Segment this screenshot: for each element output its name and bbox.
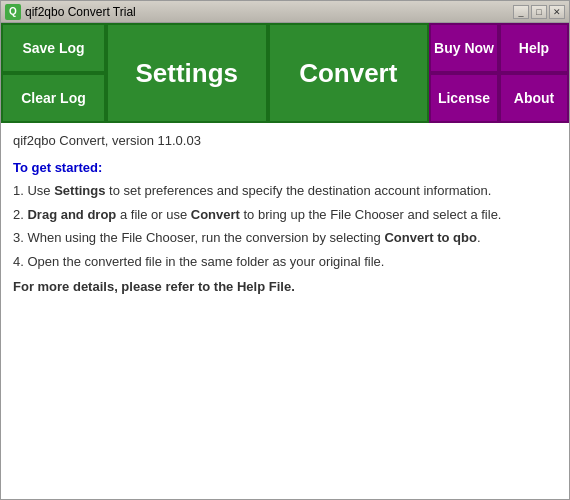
clear-log-button[interactable]: Clear Log <box>1 73 106 123</box>
list-item: 4. Open the converted file in the same f… <box>13 252 557 272</box>
main-window: Q qif2qbo Convert Trial _ □ ✕ Save Log C… <box>0 0 570 500</box>
list-item: 1. Use Settings to set preferences and s… <box>13 181 557 201</box>
save-log-button[interactable]: Save Log <box>1 23 106 73</box>
toolbar-center-buttons: Settings Convert <box>106 23 429 123</box>
more-details-text: For more details, please refer to the He… <box>13 279 557 294</box>
window-title: qif2qbo Convert Trial <box>25 5 136 19</box>
content-area: qif2qbo Convert, version 11.0.03 To get … <box>1 123 569 499</box>
settings-bold: Settings <box>54 183 105 198</box>
list-item: 3. When using the File Chooser, run the … <box>13 228 557 248</box>
drag-drop-bold: Drag and drop <box>27 207 116 222</box>
app-icon: Q <box>5 4 21 20</box>
settings-button[interactable]: Settings <box>106 23 268 123</box>
toolbar: Save Log Clear Log Settings Convert Buy … <box>1 23 569 123</box>
maximize-button[interactable]: □ <box>531 5 547 19</box>
close-button[interactable]: ✕ <box>549 5 565 19</box>
license-button[interactable]: License <box>429 73 499 123</box>
version-text: qif2qbo Convert, version 11.0.03 <box>13 133 557 148</box>
toolbar-left-buttons: Save Log Clear Log <box>1 23 106 123</box>
instruction-list: 1. Use Settings to set preferences and s… <box>13 181 557 271</box>
toolbar-right-buttons: Buy Now Help License About <box>429 23 569 123</box>
title-bar-left: Q qif2qbo Convert Trial <box>5 4 136 20</box>
buy-now-button[interactable]: Buy Now <box>429 23 499 73</box>
minimize-button[interactable]: _ <box>513 5 529 19</box>
about-button[interactable]: About <box>499 73 569 123</box>
convert-button[interactable]: Convert <box>268 23 430 123</box>
title-bar: Q qif2qbo Convert Trial _ □ ✕ <box>1 1 569 23</box>
window-controls: _ □ ✕ <box>513 5 565 19</box>
list-item: 2. Drag and drop a file or use Convert t… <box>13 205 557 225</box>
convert-bold: Convert <box>191 207 240 222</box>
get-started-label: To get started: <box>13 160 557 175</box>
convert-to-qbo-bold: Convert to qbo <box>384 230 476 245</box>
help-button[interactable]: Help <box>499 23 569 73</box>
